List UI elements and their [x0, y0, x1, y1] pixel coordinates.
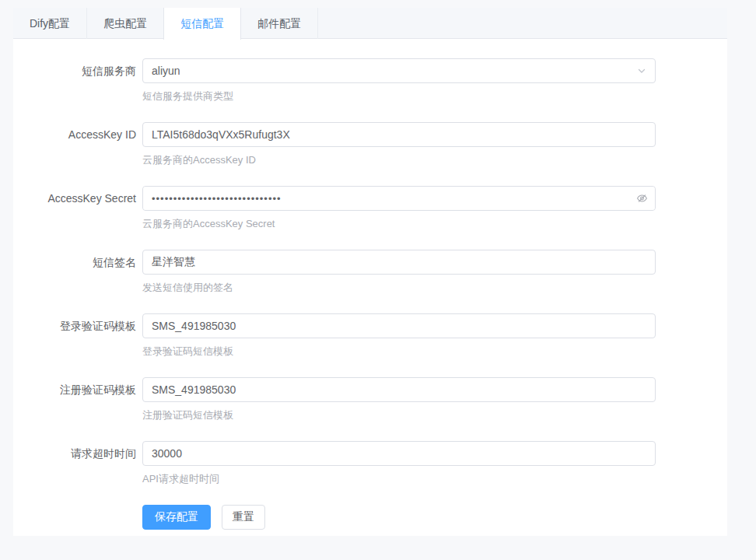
register-code-template-hint: 注册验证码短信模板 — [142, 408, 727, 422]
tab-sms-config[interactable]: 短信配置 — [163, 8, 241, 40]
form-item-register-code-template: 注册验证码模板 注册验证码短信模板 — [13, 377, 727, 422]
form-item-request-timeout: 请求超时时间 API请求超时时间 — [13, 441, 727, 486]
save-config-button[interactable]: 保存配置 — [142, 505, 211, 530]
tab-email-config[interactable]: 邮件配置 — [241, 8, 318, 39]
register-code-template-label: 注册验证码模板 — [13, 377, 142, 422]
request-timeout-label: 请求超时时间 — [13, 441, 142, 486]
accesskey-id-input[interactable] — [142, 122, 656, 147]
sms-provider-hint: 短信服务提供商类型 — [142, 89, 727, 103]
eye-invisible-icon[interactable] — [636, 193, 648, 205]
sms-signature-hint: 发送短信使用的签名 — [142, 281, 727, 295]
login-code-template-hint: 登录验证码短信模板 — [142, 345, 727, 359]
accesskey-id-label: AccessKey ID — [13, 122, 142, 167]
login-code-template-input[interactable] — [142, 313, 656, 338]
accesskey-secret-label: AccessKey Secret — [13, 186, 142, 231]
settings-page: Dify配置 爬虫配置 短信配置 邮件配置 短信服务商 aliyun 短信服务提… — [0, 0, 756, 560]
accesskey-secret-input[interactable] — [143, 187, 655, 210]
form-item-login-code-template: 登录验证码模板 登录验证码短信模板 — [13, 313, 727, 359]
register-code-template-input[interactable] — [142, 377, 656, 402]
reset-button[interactable]: 重置 — [222, 505, 265, 530]
request-timeout-hint: API请求超时时间 — [142, 472, 727, 486]
form-item-sms-signature: 短信签名 发送短信使用的签名 — [13, 250, 727, 295]
accesskey-secret-field — [142, 186, 656, 211]
accesskey-id-hint: 云服务商的AccessKey ID — [142, 153, 727, 167]
form-item-accesskey-secret: AccessKey Secret 云服务商的AccessKey Secret — [13, 186, 727, 231]
request-timeout-input[interactable] — [142, 441, 656, 466]
chevron-down-icon — [637, 66, 646, 75]
sms-signature-input[interactable] — [142, 250, 656, 275]
login-code-template-label: 登录验证码模板 — [13, 313, 142, 359]
tab-bar: Dify配置 爬虫配置 短信配置 邮件配置 — [13, 8, 727, 39]
tab-crawler-config[interactable]: 爬虫配置 — [87, 8, 164, 39]
sms-config-form: 短信服务商 aliyun 短信服务提供商类型 AccessKey ID 云服务商… — [13, 39, 727, 536]
config-card: Dify配置 爬虫配置 短信配置 邮件配置 短信服务商 aliyun 短信服务提… — [13, 8, 727, 536]
sms-provider-select[interactable]: aliyun — [142, 58, 656, 83]
form-item-accesskey-id: AccessKey ID 云服务商的AccessKey ID — [13, 122, 727, 167]
sms-provider-selected-value: aliyun — [152, 65, 180, 77]
form-item-sms-provider: 短信服务商 aliyun 短信服务提供商类型 — [13, 58, 727, 103]
sms-provider-label: 短信服务商 — [13, 58, 142, 103]
form-actions: 保存配置 重置 — [142, 505, 727, 530]
tab-dify-config[interactable]: Dify配置 — [13, 8, 87, 39]
sms-signature-label: 短信签名 — [13, 250, 142, 295]
accesskey-secret-hint: 云服务商的AccessKey Secret — [142, 217, 727, 231]
